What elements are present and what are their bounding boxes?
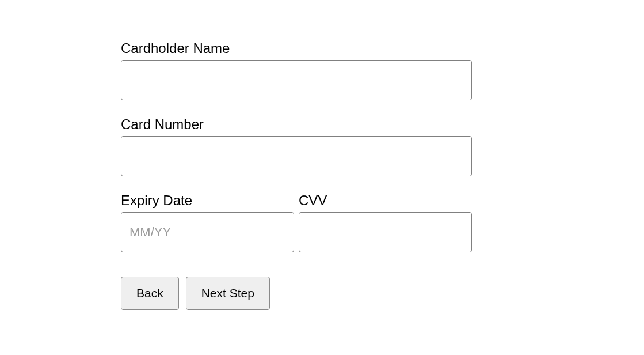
expiry-date-input[interactable] xyxy=(121,212,294,252)
expiry-date-label: Expiry Date xyxy=(121,192,294,209)
cvv-group: CVV xyxy=(299,192,472,252)
button-row: Back Next Step xyxy=(121,277,472,310)
card-number-group: Card Number xyxy=(121,116,472,176)
payment-form: Cardholder Name Card Number Expiry Date … xyxy=(121,40,472,310)
expiry-cvv-row: Expiry Date CVV xyxy=(121,192,472,252)
cvv-label: CVV xyxy=(299,192,472,209)
back-button[interactable]: Back xyxy=(121,277,179,310)
cardholder-name-label: Cardholder Name xyxy=(121,40,472,56)
card-number-label: Card Number xyxy=(121,116,472,133)
card-number-input[interactable] xyxy=(121,136,472,176)
expiry-date-group: Expiry Date xyxy=(121,192,294,252)
cvv-input[interactable] xyxy=(299,212,472,252)
next-step-button[interactable]: Next Step xyxy=(186,277,270,310)
cardholder-name-input[interactable] xyxy=(121,60,472,100)
cardholder-name-group: Cardholder Name xyxy=(121,40,472,100)
